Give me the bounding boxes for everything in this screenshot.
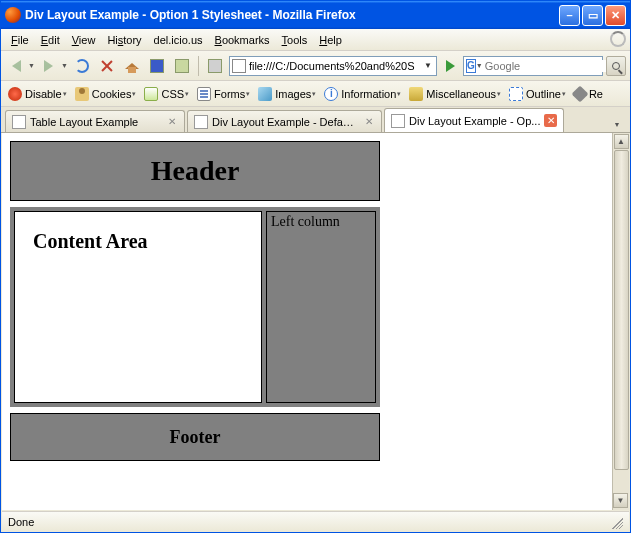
minimize-button[interactable]: – <box>559 5 580 26</box>
tag-button[interactable] <box>171 55 193 77</box>
page-left-column: Left column <box>266 211 376 403</box>
page-content-area: Content Area <box>14 211 262 403</box>
page-header: Header <box>10 141 380 201</box>
reload-icon <box>75 59 89 73</box>
search-engine-dropdown-icon[interactable]: ▼ <box>476 62 483 69</box>
dev-resize[interactable]: Re <box>571 87 606 101</box>
page-icon <box>12 115 26 129</box>
cookies-icon <box>75 87 89 101</box>
menu-bookmarks[interactable]: Bookmarks <box>209 32 276 48</box>
dev-information[interactable]: iInformation▾ <box>321 86 404 102</box>
page-footer: Footer <box>10 413 380 461</box>
tab-bar: Table Layout Example ✕ Div Layout Exampl… <box>1 107 630 133</box>
list-all-tabs-button[interactable]: ▼ <box>610 116 626 132</box>
miscellaneous-icon <box>409 87 423 101</box>
dev-images[interactable]: Images▾ <box>255 86 319 102</box>
toolbar-separator <box>198 56 199 76</box>
stop-button[interactable] <box>96 55 118 77</box>
menu-history[interactable]: History <box>101 32 147 48</box>
menu-help[interactable]: Help <box>313 32 348 48</box>
home-icon <box>125 59 139 73</box>
throbber-icon <box>610 31 626 47</box>
forward-button[interactable] <box>38 55 60 77</box>
reload-button[interactable] <box>71 55 93 77</box>
delicious-icon <box>150 59 164 73</box>
menu-delicious[interactable]: del.icio.us <box>148 32 209 48</box>
firefox-icon <box>5 7 21 23</box>
vertical-scrollbar[interactable]: ▲ ▼ <box>612 133 629 510</box>
resize-grip[interactable] <box>609 515 623 529</box>
status-bar: Done <box>2 511 629 531</box>
tab-label: Div Layout Example - Op... <box>409 115 540 127</box>
page-icon <box>232 59 246 73</box>
back-button[interactable] <box>5 55 27 77</box>
menu-view[interactable]: View <box>66 32 102 48</box>
go-button[interactable] <box>440 56 460 76</box>
delicious-button[interactable] <box>146 55 168 77</box>
content-viewport: Header Content Area Left column Footer ▲… <box>2 133 629 510</box>
scroll-down-button[interactable]: ▼ <box>613 493 628 508</box>
tab-label: Table Layout Example <box>30 116 161 128</box>
dev-forms[interactable]: Forms▾ <box>194 86 253 102</box>
dev-miscellaneous[interactable]: Miscellaneous▾ <box>406 86 504 102</box>
maximize-button[interactable]: ▭ <box>582 5 603 26</box>
status-text: Done <box>8 516 34 528</box>
dev-cookies[interactable]: Cookies▾ <box>72 86 140 102</box>
go-icon <box>446 60 455 72</box>
url-input[interactable] <box>249 58 419 74</box>
menu-edit[interactable]: Edit <box>35 32 66 48</box>
window-title: Div Layout Example - Option 1 Stylesheet… <box>25 8 559 22</box>
chevron-down-icon: ▼ <box>614 121 621 128</box>
css-icon <box>144 87 158 101</box>
tab-1[interactable]: Table Layout Example ✕ <box>5 110 185 132</box>
tab-close-button[interactable]: ✕ <box>362 115 375 128</box>
forms-icon <box>197 87 211 101</box>
search-go-button[interactable] <box>606 56 626 76</box>
scroll-thumb[interactable] <box>614 150 629 470</box>
back-dropdown-icon[interactable]: ▼ <box>28 62 35 69</box>
close-button[interactable]: ✕ <box>605 5 626 26</box>
menu-tools[interactable]: Tools <box>276 32 314 48</box>
search-box[interactable]: G ▼ <box>463 56 603 76</box>
extension-button[interactable] <box>204 55 226 77</box>
page-body: Header Content Area Left column Footer <box>2 133 612 510</box>
tab-close-button[interactable]: ✕ <box>165 115 178 128</box>
home-button[interactable] <box>121 55 143 77</box>
magnifier-icon <box>612 62 620 70</box>
navigation-toolbar: ▼ ▼ ▼ G ▼ <box>1 51 630 81</box>
forward-dropdown-icon[interactable]: ▼ <box>61 62 68 69</box>
menu-file[interactable]: File <box>5 32 35 48</box>
images-icon <box>258 87 272 101</box>
search-engine-icon[interactable]: G <box>466 59 476 73</box>
page-icon <box>391 114 405 128</box>
tab-label: Div Layout Example - Defau... <box>212 116 358 128</box>
extension-icon <box>208 59 222 73</box>
menu-bar: File Edit View History del.icio.us Bookm… <box>1 29 630 51</box>
url-bar[interactable]: ▼ <box>229 56 437 76</box>
window-titlebar: Div Layout Example - Option 1 Stylesheet… <box>1 1 630 29</box>
page-icon <box>194 115 208 129</box>
information-icon: i <box>324 87 338 101</box>
tab-2[interactable]: Div Layout Example - Defau... ✕ <box>187 110 382 132</box>
outline-icon <box>509 87 523 101</box>
tab-close-button[interactable]: ✕ <box>544 114 557 127</box>
url-dropdown-icon[interactable]: ▼ <box>422 61 434 70</box>
stop-icon <box>100 59 114 73</box>
scroll-up-button[interactable]: ▲ <box>614 134 629 149</box>
search-input[interactable] <box>485 60 623 72</box>
dev-css[interactable]: CSS▾ <box>141 86 192 102</box>
tag-icon <box>175 59 189 73</box>
dev-disable[interactable]: Disable▾ <box>5 86 70 102</box>
tab-3[interactable]: Div Layout Example - Op... ✕ <box>384 108 564 132</box>
disable-icon <box>8 87 22 101</box>
resize-icon <box>571 85 588 102</box>
webdev-toolbar: Disable▾ Cookies▾ CSS▾ Forms▾ Images▾ iI… <box>1 81 630 107</box>
dev-outline[interactable]: Outline▾ <box>506 86 569 102</box>
